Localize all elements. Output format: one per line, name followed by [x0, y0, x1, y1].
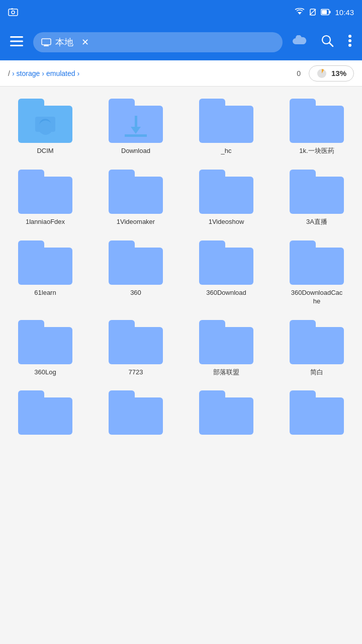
svg-point-1 [12, 11, 15, 14]
folder-label: DCIM [37, 147, 53, 155]
status-bar-left [8, 8, 18, 16]
folder-icon [290, 390, 344, 435]
svg-rect-8 [329, 11, 331, 14]
location-label: 本地 [55, 36, 73, 48]
folder-label: Download [121, 147, 150, 155]
folder-label: 3A直播 [306, 218, 327, 226]
breadcrumb-arrow-2: › [42, 69, 44, 77]
folder-label: 1lanniaoFdex [26, 218, 65, 226]
location-tag[interactable]: 本地 ✕ [33, 32, 283, 52]
svg-rect-0 [9, 9, 18, 16]
folder-icon [290, 170, 344, 214]
svg-rect-2 [11, 9, 13, 10]
folder-icon [109, 320, 163, 364]
folder-label: 360 [130, 289, 141, 297]
folder-item[interactable]: 61learn [0, 232, 90, 312]
folder-icon [109, 170, 163, 214]
folder-item[interactable] [90, 382, 181, 445]
folder-icon [109, 390, 163, 435]
folder-icon [199, 240, 253, 285]
folder-item[interactable] [0, 382, 90, 445]
menu-icon [10, 36, 23, 46]
folder-item[interactable]: 1Videoshow [181, 162, 272, 232]
folder-label: 1Videoshow [209, 218, 244, 226]
folder-item[interactable]: 简白 [272, 312, 362, 383]
svg-line-5 [310, 9, 316, 15]
folder-item[interactable]: 3A直播 [272, 162, 362, 232]
folder-item[interactable]: 360DownloadCache [272, 232, 362, 312]
folder-item[interactable]: 部落联盟 [181, 312, 272, 383]
more-options-button[interactable] [344, 30, 356, 54]
folder-item[interactable]: 7723 [90, 312, 181, 383]
status-bar-right: 10:43 [295, 8, 354, 17]
svg-point-17 [348, 35, 351, 38]
search-icon [321, 34, 334, 47]
status-time: 10:43 [335, 8, 354, 17]
menu-button[interactable] [6, 32, 27, 52]
svg-line-16 [329, 43, 333, 46]
folder-item[interactable]: 360 [90, 232, 181, 312]
svg-point-19 [348, 44, 351, 47]
storage-percent: 13% [331, 69, 346, 77]
folder-icon [199, 99, 253, 143]
more-vert-icon [348, 34, 352, 47]
folder-item[interactable]: 1lanniaoFdex [0, 162, 90, 232]
storage-badge: 13% [309, 65, 354, 82]
svg-point-22 [40, 120, 50, 130]
folder-icon [18, 170, 72, 214]
folder-icon [109, 99, 163, 143]
folder-item[interactable] [272, 382, 362, 445]
folder-item[interactable]: DCIM [0, 91, 90, 162]
breadcrumb-storage[interactable]: storage [17, 69, 40, 77]
breadcrumb-arrow-3: › [77, 69, 80, 77]
folder-label: 1Videomaker [117, 218, 155, 226]
file-grid: DCIM Download _hc 1k.一块医药 [0, 87, 362, 449]
svg-marker-3 [298, 12, 302, 15]
folder-item[interactable]: _hc [181, 91, 272, 162]
folder-icon [18, 99, 72, 143]
folder-icon [290, 240, 344, 285]
folder-icon [290, 320, 344, 364]
folder-label: 1k.一块医药 [299, 147, 334, 155]
cloud-button[interactable] [289, 31, 311, 53]
svg-rect-9 [10, 36, 23, 38]
breadcrumb-arrow-1: › [12, 69, 15, 77]
folder-icon [18, 240, 72, 285]
breadcrumb-root[interactable]: / [8, 69, 10, 77]
svg-rect-21 [35, 117, 55, 132]
folder-item[interactable] [181, 382, 272, 445]
svg-rect-11 [10, 45, 23, 46]
svg-rect-10 [10, 41, 23, 42]
app-bar: 本地 ✕ [0, 24, 362, 60]
folder-label: 360DownloadCache [290, 289, 344, 306]
folder-count: 0 [297, 69, 301, 77]
folder-icon [290, 99, 344, 143]
svg-rect-7 [322, 10, 327, 14]
no-sim-icon [309, 8, 317, 16]
folder-item[interactable]: Download [90, 91, 181, 162]
close-location-button[interactable]: ✕ [81, 37, 89, 48]
folder-icon [199, 170, 253, 214]
breadcrumb-emulated[interactable]: emulated [46, 69, 75, 77]
svg-point-23 [42, 122, 48, 128]
svg-point-18 [348, 39, 351, 42]
cloud-icon [293, 35, 307, 46]
monitor-icon [41, 38, 51, 46]
folder-icon [109, 240, 163, 285]
storage-pie-chart [316, 68, 327, 79]
screenshot-icon [8, 8, 18, 16]
folder-icon [199, 320, 253, 364]
folder-item[interactable]: 1Videomaker [90, 162, 181, 232]
wifi-icon [295, 8, 305, 16]
folder-label: 360Download [206, 289, 246, 297]
folder-item[interactable]: 1k.一块医药 [272, 91, 362, 162]
folder-item[interactable]: 360Download [181, 232, 272, 312]
search-button[interactable] [317, 30, 338, 54]
svg-rect-12 [42, 39, 51, 45]
breadcrumb-bar: / › storage › emulated › 0 13% [0, 60, 362, 87]
folder-label: 61learn [34, 289, 56, 297]
folder-icon [18, 320, 72, 364]
folder-label: 360Log [34, 368, 56, 377]
folder-item[interactable]: 360Log [0, 312, 90, 383]
folder-label: 7723 [129, 368, 143, 377]
